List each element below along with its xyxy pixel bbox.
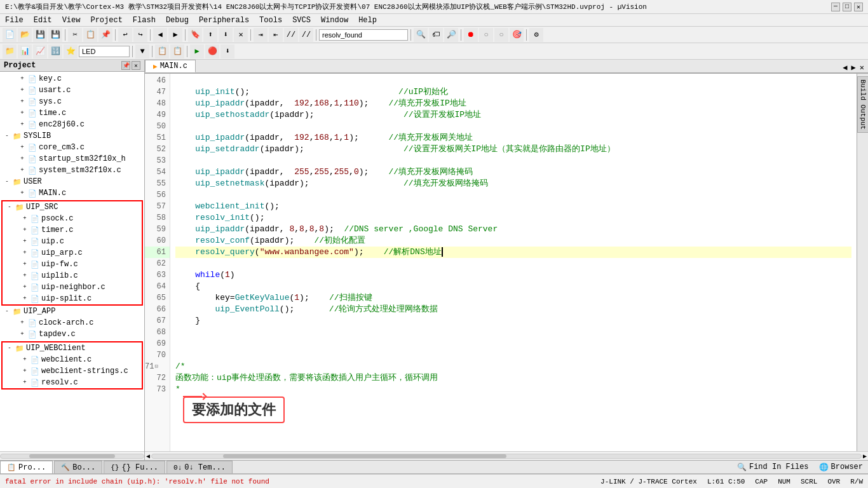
tree-item-syslib[interactable]: - 📁 SYSLIB: [0, 130, 144, 142]
new-file-button[interactable]: 📄: [3, 28, 17, 42]
expand-tapdev[interactable]: +: [18, 330, 27, 339]
editor-tab-mainc[interactable]: ▶ MAIN.c: [145, 60, 196, 72]
code-content[interactable]: uip_init(); //uIP初始化 uip_ipaddr(ipaddr, …: [170, 74, 857, 451]
search-icon[interactable]: 🔍: [414, 28, 428, 42]
tree-item-startup[interactable]: + 📄 startup_stm32f10x_h: [0, 153, 144, 165]
tree-item-corecm3[interactable]: + 📄 core_cm3.c: [0, 142, 144, 153]
find-button[interactable]: 🔎: [444, 28, 458, 42]
scroll-right-arrow[interactable]: ▶: [862, 452, 868, 460]
expand-mainc[interactable]: +: [18, 189, 27, 198]
redo-button[interactable]: ↪: [133, 28, 147, 42]
undo-button[interactable]: ↩: [118, 28, 132, 42]
menu-file[interactable]: File: [0, 15, 29, 26]
tb2-btn4[interactable]: 🔢: [48, 44, 62, 58]
uncomment-button[interactable]: //: [299, 28, 313, 42]
expand-usartc[interactable]: +: [18, 86, 27, 95]
menu-view[interactable]: View: [57, 15, 86, 26]
tree-item-resolv[interactable]: + 📄 resolv.c: [3, 377, 142, 388]
expand-encc[interactable]: +: [18, 120, 27, 129]
save-all-button[interactable]: 💾: [48, 28, 62, 42]
maximize-button[interactable]: □: [843, 3, 851, 11]
bookmark-prev[interactable]: ⬆: [203, 28, 217, 42]
tab-scroll-left[interactable]: ◀: [841, 63, 848, 72]
expand-uip-src[interactable]: -: [5, 203, 14, 212]
minimize-button[interactable]: ─: [831, 3, 840, 11]
expand-syslib[interactable]: -: [3, 132, 11, 140]
expand-webclient[interactable]: +: [20, 355, 29, 364]
tb2-btn9[interactable]: ▶: [190, 44, 204, 58]
tree-item-sysc[interactable]: + 📄 sys.c: [0, 96, 144, 107]
tb2-btn2[interactable]: 📊: [18, 44, 32, 58]
tb2-btn8[interactable]: 📋: [170, 44, 184, 58]
cut-button[interactable]: ✂: [68, 28, 82, 42]
menu-project[interactable]: Project: [85, 15, 127, 26]
expand-uiplib[interactable]: +: [20, 271, 29, 280]
tb2-btn1[interactable]: 📁: [3, 44, 17, 58]
nav-back-button[interactable]: ◀: [153, 28, 167, 42]
tb2-btn3[interactable]: 📈: [33, 44, 47, 58]
expand-uip-neighbor[interactable]: +: [20, 283, 29, 292]
menu-help[interactable]: Help: [353, 15, 382, 26]
unindent-button[interactable]: ⇤: [269, 28, 283, 42]
tree-item-timer[interactable]: + 📄 timer.c: [3, 224, 142, 236]
project-hscrollbar[interactable]: [0, 451, 144, 460]
tree-item-uiplib[interactable]: + 📄 uiplib.c: [3, 270, 142, 281]
build-output-tab[interactable]: Build Output: [857, 76, 869, 133]
tb2-btn5[interactable]: ⭐: [64, 44, 78, 58]
paste-button[interactable]: 📌: [98, 28, 112, 42]
menu-tools[interactable]: Tools: [254, 15, 287, 26]
open-file-button[interactable]: 📂: [18, 28, 32, 42]
menu-flash[interactable]: Flash: [128, 15, 161, 26]
bookmark-next[interactable]: ⬇: [219, 28, 233, 42]
clear-bookmarks[interactable]: ✕: [234, 28, 248, 42]
target-button[interactable]: 🎯: [510, 28, 524, 42]
save-button[interactable]: 💾: [33, 28, 47, 42]
tree-item-uip-fw[interactable]: + 📄 uip-fw.c: [3, 259, 142, 270]
comment-button[interactable]: //: [284, 28, 298, 42]
tree-item-uip[interactable]: + 📄 uip.c: [3, 236, 142, 247]
bottom-tab-functions[interactable]: {} {} Fu...: [104, 461, 165, 473]
bottom-tab-project[interactable]: 📋 Pro...: [0, 461, 53, 473]
expand-startup[interactable]: +: [18, 154, 27, 163]
expand-user[interactable]: -: [3, 177, 11, 186]
expand-corecm3[interactable]: +: [18, 143, 27, 152]
tree-item-uip-webclient[interactable]: - 📁 UIP_WEBClient: [3, 342, 142, 354]
tree-item-usartc[interactable]: + 📄 usart.c: [0, 85, 144, 96]
menu-peripherals[interactable]: Peripherals: [194, 15, 254, 26]
expand-timer[interactable]: +: [20, 226, 29, 234]
expand-uip-arp[interactable]: +: [20, 248, 29, 257]
tb2-btn6[interactable]: ▼: [135, 44, 149, 58]
tab-close-all[interactable]: ✕: [858, 63, 865, 72]
tree-item-uip-arp[interactable]: + 📄 uip_arp.c: [3, 247, 142, 259]
expand-uip-webclient[interactable]: -: [5, 344, 14, 353]
tree-item-user[interactable]: - 📁 USER: [0, 176, 144, 187]
nav-fwd-button[interactable]: ▶: [168, 28, 182, 42]
expand-psock[interactable]: +: [20, 214, 29, 223]
expand-sysc[interactable]: +: [18, 97, 27, 106]
tab-scroll-right[interactable]: ▶: [850, 63, 857, 72]
expand-uip-app[interactable]: -: [3, 307, 11, 316]
panel-pin-button[interactable]: 📌: [121, 61, 130, 70]
tree-item-system[interactable]: + 📄 system_stm32f10x.c: [0, 165, 144, 176]
search-combo[interactable]: [319, 29, 408, 41]
indent-button[interactable]: ⇥: [254, 28, 268, 42]
tag-button[interactable]: 🏷: [429, 28, 443, 42]
tb2-btn7[interactable]: 📋: [155, 44, 169, 58]
expand-resolv[interactable]: +: [20, 378, 29, 387]
tree-item-psock[interactable]: + 📄 psock.c: [3, 213, 142, 224]
tree-item-uip-neighbor[interactable]: + 📄 uip-neighbor.c: [3, 281, 142, 293]
tree-item-keyc[interactable]: + 📄 key.c: [0, 73, 144, 85]
tb2-btn10[interactable]: 🔴: [205, 44, 219, 58]
tree-item-webclient[interactable]: + 📄 webclient.c: [3, 354, 142, 365]
tree-item-uip-app[interactable]: - 📁 UIP_APP: [0, 306, 144, 317]
expand-clock-arch[interactable]: +: [18, 318, 27, 327]
bottom-tab-build[interactable]: 🔨 Bo...: [54, 461, 102, 473]
scroll-left-arrow[interactable]: ◀: [145, 452, 151, 460]
tree-item-uip-src[interactable]: - 📁 UIP_SRC: [3, 201, 142, 213]
find-in-files-button[interactable]: 🔍 Find In Files: [732, 463, 814, 472]
close-button[interactable]: ✕: [854, 3, 863, 11]
tree-item-timec[interactable]: + 📄 time.c: [0, 107, 144, 119]
tb2-btn11[interactable]: ⬇: [220, 44, 234, 58]
expand-uip-fw[interactable]: +: [20, 260, 29, 269]
settings-button[interactable]: ⚙: [529, 28, 543, 42]
